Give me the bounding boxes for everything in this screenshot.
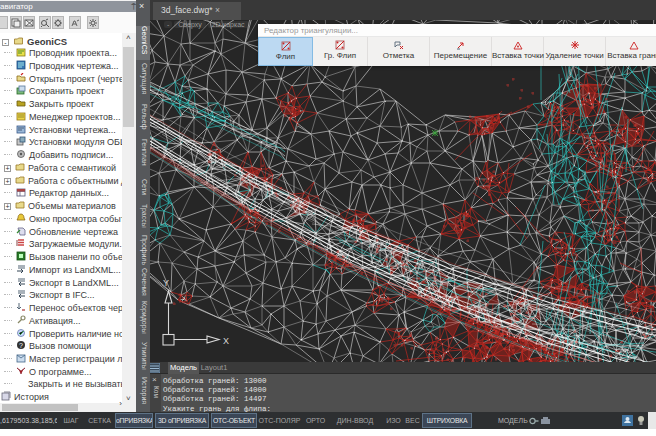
svg-text:?: ? xyxy=(19,342,23,349)
svg-text:Y: Y xyxy=(163,278,169,288)
svg-text:X: X xyxy=(223,336,229,346)
